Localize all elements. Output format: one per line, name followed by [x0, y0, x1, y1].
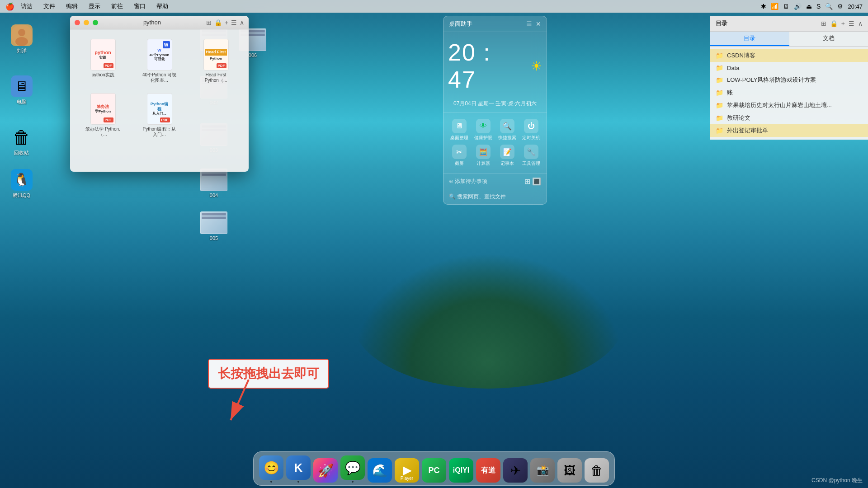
- dock-youdao[interactable]: 有道: [476, 458, 500, 483]
- dir-header: 目录 ⊞ 🔒 + ☰ ∧: [710, 16, 868, 32]
- icon-add[interactable]: +: [225, 19, 228, 26]
- file-label-1: 40个Python 可视化图表...: [142, 72, 178, 83]
- dir-tab-doc[interactable]: 文档: [789, 32, 868, 46]
- skype-icon[interactable]: S: [816, 3, 821, 10]
- da-label-tools: 工具管理: [522, 160, 540, 167]
- calculator-icon: 🧮: [476, 145, 491, 159]
- icon-lock[interactable]: 🔒: [214, 19, 222, 26]
- desktop-assistant-widget: 桌面助手 ☰ ✕ 20 : 47 ☀ 07月04日 星期一 壬寅·虎·六月初六 …: [443, 16, 547, 205]
- dir-item-research[interactable]: 📁 教研论文: [710, 112, 868, 124]
- dir-item-csdn[interactable]: 📁 CSDN博客: [710, 49, 868, 62]
- da-icon-menu[interactable]: ☰: [526, 20, 532, 28]
- finder-file-headfirst[interactable]: Head First Python Head First Python（...: [190, 36, 242, 86]
- user-avatar-icon: [11, 24, 33, 46]
- menu-help[interactable]: 帮助: [155, 1, 170, 11]
- finder-file-hardway[interactable]: 笨办法 学Python 笨办法学 Python.（...: [77, 90, 129, 140]
- dock-iqiyi[interactable]: iQIYI: [449, 458, 473, 483]
- da-sun-icon[interactable]: ☀: [531, 59, 542, 74]
- display-icon[interactable]: 🖥: [783, 3, 789, 10]
- dir-item-account[interactable]: 📁 账: [710, 86, 868, 99]
- menubar: 🍎 访达 文件 编辑 显示 前往 窗口 帮助 ✱ 📶 🖥 🔊 ⏏ S 🔍 ⚙ 2…: [0, 0, 868, 13]
- finder-file-python-prog[interactable]: Python编程 从入门... Python编 程：从入门...: [133, 90, 185, 140]
- dir-icon-close[interactable]: ∧: [858, 20, 863, 27]
- dir-item-lowpoly[interactable]: 📁 LOW-POLY风格塔防游戏设计方案: [710, 74, 868, 86]
- icon-list[interactable]: ☰: [231, 19, 237, 26]
- search-icon[interactable]: 🔍: [825, 3, 833, 10]
- menubar-items: 访达 文件 编辑 显示 前往 窗口 帮助: [19, 1, 761, 11]
- dock-finder[interactable]: 😊: [259, 455, 283, 483]
- icon-arrange[interactable]: ⊞: [206, 19, 212, 26]
- menu-file[interactable]: 文件: [42, 1, 57, 11]
- num-label-005: 005: [210, 235, 218, 241]
- menubar-time: 20:47: [848, 3, 863, 10]
- da-label-shutdown: 定时关机: [522, 135, 540, 141]
- dock-pycharm[interactable]: PC: [422, 458, 446, 483]
- da-action-tools[interactable]: 🔧 工具管理: [519, 143, 543, 169]
- shutdown-icon: ⏻: [524, 119, 538, 133]
- finder-file-python-practice[interactable]: python 实践 python实践: [77, 36, 129, 86]
- menu-edit[interactable]: 编辑: [64, 1, 80, 11]
- control-icon[interactable]: ⚙: [837, 3, 843, 10]
- dock-player[interactable]: ▶ Player: [395, 458, 419, 483]
- dock-preview[interactable]: 🖼: [557, 458, 582, 483]
- da-action-screenshot[interactable]: ✂ 截屏: [447, 143, 471, 169]
- dir-item-apple[interactable]: 📁 苹果栽培历史对太行山片麻岩山地土壤...: [710, 99, 868, 112]
- maximize-button[interactable]: [93, 20, 98, 25]
- dir-item-data[interactable]: 📁 Data: [710, 62, 868, 74]
- volume-icon[interactable]: 🔊: [794, 3, 802, 10]
- dir-tab-dir[interactable]: 目录: [710, 32, 789, 46]
- apple-menu[interactable]: 🍎: [5, 2, 14, 11]
- da-action-notepad[interactable]: 📝 记事本: [495, 143, 519, 169]
- da-action-calculator[interactable]: 🧮 计算器: [471, 143, 495, 169]
- icon-computer-label: 电脑: [17, 99, 27, 105]
- desktop-icon-qq[interactable]: 🐧 腾讯QQ: [7, 167, 36, 200]
- dir-item-approval[interactable]: 📁 外出登记审批单: [710, 124, 868, 137]
- svg-point-1: [18, 29, 25, 36]
- da-search-bar[interactable]: 🔍 搜索网页、查找文件: [443, 189, 547, 204]
- svg-point-2: [15, 37, 28, 46]
- dock-trash[interactable]: 🗑: [585, 458, 609, 483]
- menubar-right: ✱ 📶 🖥 🔊 ⏏ S 🔍 ⚙ 20:47: [761, 3, 863, 10]
- menu-finder[interactable]: 访达: [19, 1, 34, 11]
- folder-icon-6: 📁: [716, 114, 723, 122]
- wifi-icon[interactable]: 📶: [771, 3, 778, 10]
- close-button[interactable]: [75, 20, 80, 25]
- dock-launchpad[interactable]: 🚀: [313, 458, 338, 483]
- da-action-shutdown[interactable]: ⏻ 定时关机: [519, 117, 543, 143]
- da-action-desktop[interactable]: 🖥 桌面整理: [447, 117, 471, 143]
- da-date-display: 07月04日 星期一 壬寅·虎·六月初六: [443, 100, 547, 112]
- num-file-005[interactable]: 005: [197, 208, 231, 244]
- da-action-eyes[interactable]: 👁 健康护眼: [471, 117, 495, 143]
- menu-window[interactable]: 窗口: [132, 1, 147, 11]
- dir-icon-add[interactable]: +: [841, 20, 845, 27]
- dock-flighty[interactable]: ✈: [503, 458, 528, 483]
- dock-screenshots[interactable]: 📸: [530, 458, 555, 483]
- desktop-icon-trash[interactable]: 🗑 回收站: [7, 125, 36, 158]
- da-header: 桌面助手 ☰ ✕: [443, 16, 547, 32]
- num-label-004: 004: [210, 192, 218, 198]
- dock-edge[interactable]: 🌊: [368, 458, 392, 483]
- bluetooth-icon[interactable]: ✱: [761, 3, 766, 10]
- menu-go[interactable]: 前往: [109, 1, 125, 11]
- da-label-note: 记事本: [500, 160, 514, 167]
- desktop-icon-liuyang[interactable]: 刘洋: [7, 23, 36, 56]
- file-label-4: Python编 程：从入门...: [142, 127, 178, 137]
- finder-titlebar: python ⊞ 🔒 + ☰ ∧: [70, 16, 249, 29]
- dock-kuaikan[interactable]: K: [286, 455, 311, 483]
- minimize-button[interactable]: [84, 20, 89, 25]
- folder-icon: 📁: [716, 52, 723, 59]
- arrow-icon: [217, 375, 262, 429]
- da-add-todo[interactable]: ⊕ 添加待办事项 ⊞ 🔳: [443, 173, 547, 189]
- icon-collapse[interactable]: ∧: [240, 19, 244, 26]
- da-icon-close[interactable]: ✕: [536, 20, 541, 28]
- menu-view[interactable]: 显示: [87, 1, 102, 11]
- dir-icon-grid[interactable]: ⊞: [821, 20, 826, 27]
- finder-file-40python[interactable]: W 40个Python可视化 40个Python 可视化图表...: [133, 36, 185, 86]
- eject-icon[interactable]: ⏏: [806, 3, 812, 10]
- desktop-icon-computer[interactable]: 🖥 电脑: [7, 74, 36, 107]
- arrow-container: [217, 375, 262, 429]
- da-action-search[interactable]: 🔍 快捷搜索: [495, 117, 519, 143]
- dock-wechat[interactable]: 💬: [340, 455, 365, 483]
- dir-icon-lock[interactable]: 🔒: [830, 20, 838, 27]
- dir-icon-menu[interactable]: ☰: [849, 20, 854, 27]
